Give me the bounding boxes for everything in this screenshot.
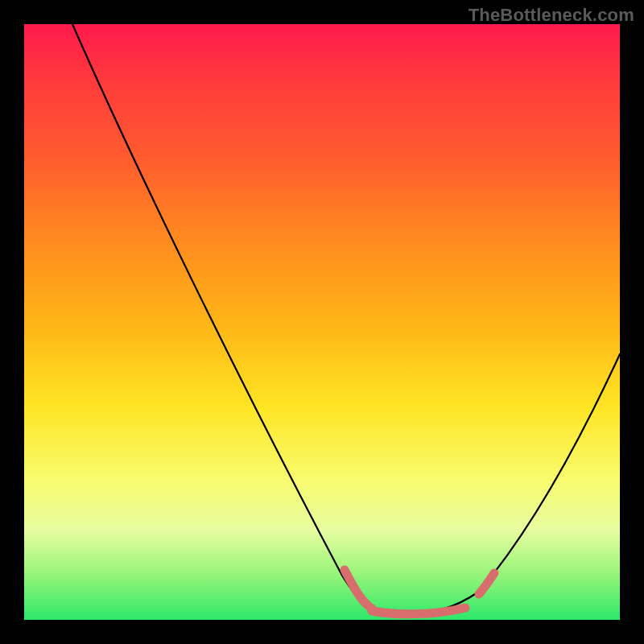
minimum-marker-bottom bbox=[372, 608, 465, 614]
watermark-text: TheBottleneck.com bbox=[469, 5, 634, 26]
plot-area bbox=[24, 24, 620, 620]
curve-line bbox=[72, 24, 620, 612]
minimum-marker-right bbox=[479, 573, 494, 594]
chart-frame: TheBottleneck.com bbox=[0, 0, 644, 644]
chart-svg bbox=[24, 24, 620, 620]
minimum-marker-left bbox=[345, 570, 372, 609]
